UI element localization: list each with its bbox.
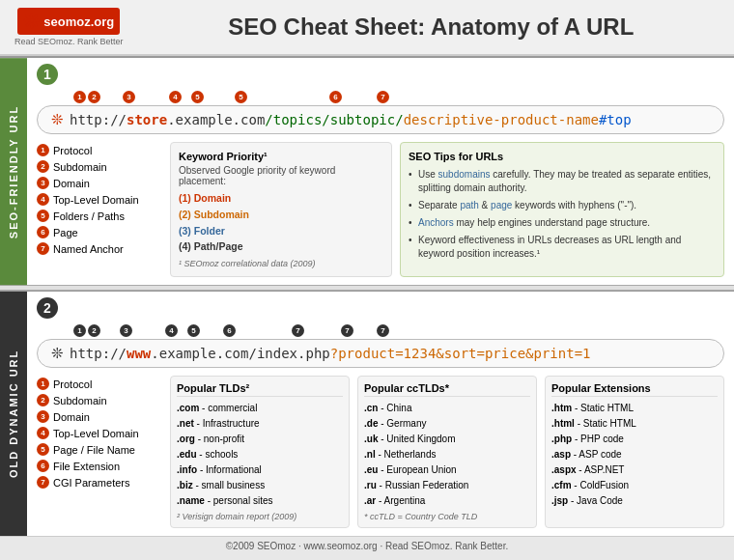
tip-item: • Keyword effectiveness in URLs decrease… xyxy=(409,232,716,263)
logo-badge: ❊ seomoz.org xyxy=(17,8,120,35)
list-item: 6 Page xyxy=(37,224,162,240)
tld-item: .com - commercial xyxy=(177,401,343,416)
url-num-2: 2 xyxy=(88,91,100,103)
logo-area: ❊ seomoz.org Read SEOmoz. Rank Better xyxy=(14,8,124,46)
ext-item: .html - Static HTML xyxy=(551,416,718,432)
url2-num-3: 3 xyxy=(120,324,132,337)
section1-body: 1 Protocol 2 Subdomain 3 Domain 4 Top-Le… xyxy=(27,142,734,285)
list-item: 2 Subdomain xyxy=(37,392,162,408)
kp-footnote: ¹ SEOmoz correlational data (2009) xyxy=(179,259,383,268)
tld-item: .org - non-profit xyxy=(177,432,343,447)
url-num-5a: 5 xyxy=(191,91,204,103)
cctld-item: .cn - China xyxy=(364,401,530,416)
cctld-item: .de - Germany xyxy=(364,416,530,432)
section2-content: 2 1 2 3 4 5 6 7 7 7 ❊ http://www.example… xyxy=(27,292,734,536)
ext-item: .asp - ASP code xyxy=(551,447,718,462)
ext-item: .aspx - ASP.NET xyxy=(551,462,718,478)
tip-item: • Use subdomains carefully. They may be … xyxy=(409,166,716,197)
list-item: 2 Subdomain xyxy=(37,158,162,175)
ext-title: Popular Extensions xyxy=(551,382,718,397)
keyword-priority-box: Keyword Priority¹ Observed Google priori… xyxy=(170,142,392,277)
list-item: 5 Page / File Name xyxy=(37,441,162,458)
tip-item: • Anchors may help engines understand pa… xyxy=(409,214,716,232)
section2-side-label: OLD DYNAMIC URL xyxy=(0,292,27,536)
section2-items: 1 Protocol 2 Subdomain 3 Domain 4 Top-Le… xyxy=(37,376,162,490)
seo-tips-box: SEO Tips for URLs • Use subdomains caref… xyxy=(400,142,724,277)
cctlds-title: Popular ccTLDs* xyxy=(364,382,530,397)
section1-items: 1 Protocol 2 Subdomain 3 Domain 4 Top-Le… xyxy=(37,142,162,257)
section1-url-text: http://store.example.com/topics/subtopic… xyxy=(70,112,632,127)
tlds-footnote: ² Verisign domain report (2009) xyxy=(177,512,343,521)
footer-text: ©2009 SEOmoz · www.seomoz.org · Read SEO… xyxy=(226,541,509,551)
cctld-item: .nl - Netherlands xyxy=(364,447,530,462)
cctld-item: .uk - United Kingdom xyxy=(364,432,530,447)
list-item: 6 File Extension xyxy=(37,458,162,474)
kp-title: Keyword Priority¹ xyxy=(179,151,383,162)
section2-snowflake: ❊ xyxy=(51,345,64,362)
tlds-title: Popular TLDs² xyxy=(177,382,343,397)
section1-named-anchor-item: 7 Named Anchor xyxy=(37,240,162,257)
popular-tlds-box: Popular TLDs² .com - commercial .net - I… xyxy=(170,376,350,528)
ext-item: .php - PHP code xyxy=(551,432,718,447)
tld-item: .name - personal sites xyxy=(177,493,343,509)
list-item: 1 Protocol xyxy=(37,376,162,392)
url-num-4: 4 xyxy=(169,91,182,103)
url2-num-1: 1 xyxy=(73,324,86,337)
tlds-items: .com - commercial .net - Infrastructure … xyxy=(177,401,343,509)
tld-item: .net - Infrastructure xyxy=(177,416,343,432)
cctld-item: .ru - Russian Federation xyxy=(364,478,530,493)
section1-snowflake: ❊ xyxy=(51,111,64,128)
tips-title: SEO Tips for URLs xyxy=(409,151,716,162)
list-item: 7 CGI Parameters xyxy=(37,474,162,490)
page-footer: ©2009 SEOmoz · www.seomoz.org · Read SEO… xyxy=(0,536,734,555)
url-num-6: 6 xyxy=(329,91,342,103)
section2-body: 1 Protocol 2 Subdomain 3 Domain 4 Top-Le… xyxy=(27,376,734,536)
section1-url-box: ❊ http://store.example.com/topics/subtop… xyxy=(37,105,724,134)
section2-number: 2 xyxy=(37,297,58,319)
kp-subtitle: Observed Google priority of keyword plac… xyxy=(179,165,383,186)
section1-items-list: 1 Protocol 2 Subdomain 3 Domain 4 Top-Le… xyxy=(37,142,162,277)
section2-wrapper: OLD DYNAMIC URL 2 1 2 3 4 5 6 7 7 7 ❊ xyxy=(0,291,734,536)
url-num-1: 1 xyxy=(73,91,86,103)
section2-header: 2 xyxy=(27,292,734,322)
tip-item: • Separate path & page keywords with hyp… xyxy=(409,197,716,214)
section1-url-container: 1 2 3 4 5 5 6 7 ❊ http://store.example.c… xyxy=(37,91,724,134)
page-title: SEO Cheat Sheet: Anatomy of A URL xyxy=(143,14,720,41)
ext-item: .htm - Static HTML xyxy=(551,401,718,416)
tld-item: .info - Informational xyxy=(177,462,343,478)
page-header: ❊ seomoz.org Read SEOmoz. Rank Better SE… xyxy=(0,0,734,56)
cctld-item: .ar - Argentina xyxy=(364,493,530,509)
list-item: 5 Folders / Paths xyxy=(37,208,162,224)
url2-num-7c: 7 xyxy=(377,324,389,337)
section1-content: 1 1 2 3 4 5 5 6 7 ❊ http://store.example… xyxy=(27,58,734,285)
section1-wrapper: SEO-FRIENDLY URL 1 1 2 3 4 5 5 6 7 ❊ xyxy=(0,56,734,285)
kp-domain: (1) Domain xyxy=(179,190,383,207)
logo-tagline: Read SEOmoz. Rank Better xyxy=(14,37,124,46)
list-item: 4 Top-Level Domain xyxy=(37,425,162,441)
url2-num-7a: 7 xyxy=(292,324,304,337)
tld-item: .biz - small business xyxy=(177,478,343,493)
section2-url-container: 1 2 3 4 5 6 7 7 7 ❊ http://www.example.c… xyxy=(37,324,724,368)
ext-item: .jsp - Java Code xyxy=(551,493,718,509)
snowflake-icon: ❊ xyxy=(23,10,40,33)
url2-num-2: 2 xyxy=(88,324,100,337)
section1-number: 1 xyxy=(37,64,58,85)
ext-items: .htm - Static HTML .html - Static HTML .… xyxy=(551,401,718,509)
kp-folder: (3) Folder xyxy=(179,223,383,239)
ext-item: .cfm - ColdFusion xyxy=(551,478,718,493)
url1-numbers-row: 1 2 3 4 5 5 6 7 xyxy=(37,91,724,103)
url2-num-5: 5 xyxy=(187,324,200,337)
kp-items: (1) Domain (2) Subdomain (3) Folder (4) … xyxy=(179,190,383,255)
section1-side-label: SEO-FRIENDLY URL xyxy=(0,58,27,285)
logo-name: seomoz.org xyxy=(43,14,114,29)
list-item: 1 Protocol xyxy=(37,142,162,158)
popular-cctlds-box: Popular ccTLDs* .cn - China .de - German… xyxy=(357,376,537,528)
section1-header: 1 xyxy=(27,58,734,89)
section2-items-list: 1 Protocol 2 Subdomain 3 Domain 4 Top-Le… xyxy=(37,376,162,528)
kp-subdomain: (2) Subdomain xyxy=(179,207,383,223)
list-item: 3 Domain xyxy=(37,408,162,425)
section2-url-text: http://www.example.com/index.php?product… xyxy=(70,346,591,361)
tips-list: • Use subdomains carefully. They may be … xyxy=(409,166,716,263)
section2-url-box: ❊ http://www.example.com/index.php?produ… xyxy=(37,339,724,368)
url-num-3: 3 xyxy=(123,91,135,103)
